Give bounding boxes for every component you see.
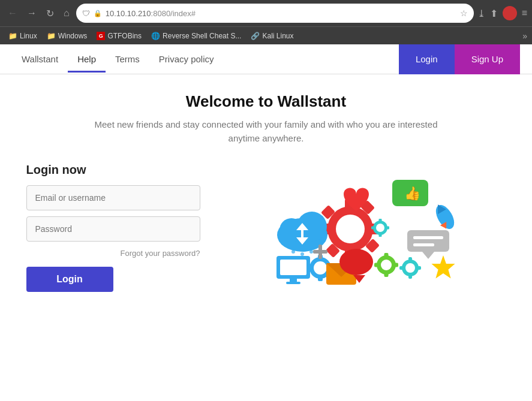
- svg-point-17: [300, 252, 304, 256]
- address-bar[interactable]: 🛡 🔒 10.10.10.210:8080/index# ☆: [76, 4, 474, 23]
- password-input[interactable]: [26, 216, 200, 242]
- folder-icon: 📁: [8, 32, 17, 40]
- login-section: Login now Forgot your password? Login: [26, 163, 200, 292]
- nav-terms[interactable]: Terms: [106, 46, 149, 73]
- svg-rect-53: [313, 250, 327, 254]
- bookmark-windows[interactable]: 📁 Windows: [43, 31, 91, 41]
- address-host: 10.10.10.210: [106, 9, 151, 18]
- svg-marker-54: [431, 255, 455, 279]
- browser-toolbar: ← → ↻ ⌂ 🛡 🔒 10.10.10.210:8080/index# ☆ ⤓…: [0, 0, 532, 26]
- svg-rect-47: [280, 260, 306, 275]
- welcome-subtitle: Meet new friends and stay connected with…: [86, 118, 446, 145]
- toolbar-right: ⤓ ⬆ ≡: [477, 6, 527, 20]
- page-nav: Wallstant Help Terms Privacy policy Logi…: [0, 44, 532, 74]
- share-icon[interactable]: ⬆: [490, 8, 498, 19]
- svg-rect-59: [378, 219, 381, 222]
- nav-privacy[interactable]: Privacy policy: [149, 46, 224, 73]
- illustration: 👍: [236, 163, 506, 295]
- star-icon: [431, 255, 455, 279]
- address-text: 10.10.10.210:8080/index#: [106, 9, 456, 18]
- svg-point-29: [314, 261, 327, 275]
- svg-rect-60: [378, 234, 381, 237]
- bookmark-reverse-shell-label: Reverse Shell Cheat S...: [163, 32, 241, 40]
- login-row: Login now Forgot your password? Login: [26, 163, 506, 295]
- svg-rect-61: [386, 227, 389, 230]
- social-illustration: 👍: [236, 163, 464, 295]
- download-icon[interactable]: ⤓: [477, 8, 485, 19]
- bookmark-reverse-shell[interactable]: 🌐 Reverse Shell Cheat S...: [148, 31, 245, 41]
- svg-rect-62: [371, 227, 374, 230]
- forward-button[interactable]: →: [24, 7, 40, 20]
- folder-icon-windows: 📁: [47, 32, 56, 40]
- bookmarks-more-button[interactable]: »: [522, 31, 527, 41]
- nav-help[interactable]: Help: [68, 46, 106, 73]
- svg-rect-15: [301, 230, 303, 237]
- svg-rect-43: [408, 275, 412, 279]
- svg-rect-39: [374, 263, 378, 267]
- svg-text:👍: 👍: [404, 185, 421, 201]
- svg-rect-37: [384, 273, 388, 277]
- gtfo-icon: G: [97, 32, 105, 40]
- svg-rect-49: [286, 282, 300, 284]
- svg-point-16: [291, 250, 295, 254]
- kali-icon: 🔗: [251, 32, 260, 40]
- nav-wallstant[interactable]: Wallstant: [12, 46, 68, 73]
- svg-point-55: [339, 249, 373, 275]
- bookmark-windows-label: Windows: [58, 32, 88, 40]
- bookmark-star-icon[interactable]: ☆: [460, 8, 468, 18]
- refresh-button[interactable]: ↻: [43, 7, 57, 20]
- welcome-title: Welcome to Wallstant: [186, 92, 346, 111]
- svg-rect-44: [417, 266, 421, 270]
- svg-point-58: [376, 224, 384, 232]
- svg-rect-31: [318, 276, 323, 281]
- svg-point-41: [405, 263, 415, 273]
- globe-icon: 🌐: [151, 32, 160, 40]
- address-path: :8080/index#: [151, 9, 196, 18]
- svg-marker-25: [422, 252, 434, 259]
- bookmark-gtfobins[interactable]: G GTFOBins: [93, 31, 145, 41]
- green-chat-icon: 👍: [392, 180, 428, 206]
- signup-nav-button[interactable]: Sign Up: [455, 44, 520, 74]
- shield-icon: 🛡: [82, 9, 90, 18]
- user-avatar[interactable]: [503, 6, 517, 20]
- svg-rect-27: [413, 243, 434, 246]
- bookmark-linux[interactable]: 📁 Linux: [5, 31, 41, 41]
- bookmark-kali[interactable]: 🔗 Kali Linux: [247, 31, 297, 41]
- login-nav-button[interactable]: Login: [399, 44, 455, 74]
- login-form-button[interactable]: Login: [26, 267, 113, 292]
- svg-rect-45: [399, 266, 403, 270]
- svg-rect-38: [394, 263, 398, 267]
- svg-rect-26: [413, 236, 443, 239]
- back-button[interactable]: ←: [5, 7, 20, 20]
- rocket-icon: [432, 202, 458, 232]
- svg-point-18: [309, 250, 313, 254]
- home-button[interactable]: ⌂: [61, 7, 73, 20]
- svg-point-35: [381, 260, 392, 270]
- gray-chat-icon: [407, 230, 449, 259]
- forgot-password-link[interactable]: Forgot your password?: [121, 249, 200, 258]
- email-input[interactable]: [26, 185, 200, 210]
- bookmarks-bar: 📁 Linux 📁 Windows G GTFOBins 🌐 Reverse S…: [0, 26, 532, 44]
- teal-gear-icon: [399, 257, 421, 279]
- svg-rect-36: [384, 253, 388, 257]
- lock-icon: 🔒: [94, 10, 102, 17]
- bookmark-linux-label: Linux: [20, 32, 37, 40]
- main-content: Welcome to Wallstant Meet new friends an…: [0, 74, 532, 313]
- svg-rect-24: [407, 230, 449, 252]
- green-gear-icon: [374, 253, 398, 277]
- browser-chrome: ← → ↻ ⌂ 🛡 🔒 10.10.10.210:8080/index# ☆ ⤓…: [0, 0, 532, 44]
- svg-point-1: [336, 215, 365, 243]
- monitor-icon: [276, 256, 310, 284]
- bookmark-kali-label: Kali Linux: [262, 32, 293, 40]
- bookmark-gtfobins-label: GTFOBins: [107, 32, 142, 40]
- forgot-row: Forgot your password?: [26, 248, 200, 258]
- login-heading: Login now: [26, 163, 200, 177]
- menu-icon[interactable]: ≡: [522, 8, 527, 19]
- svg-rect-42: [408, 257, 412, 261]
